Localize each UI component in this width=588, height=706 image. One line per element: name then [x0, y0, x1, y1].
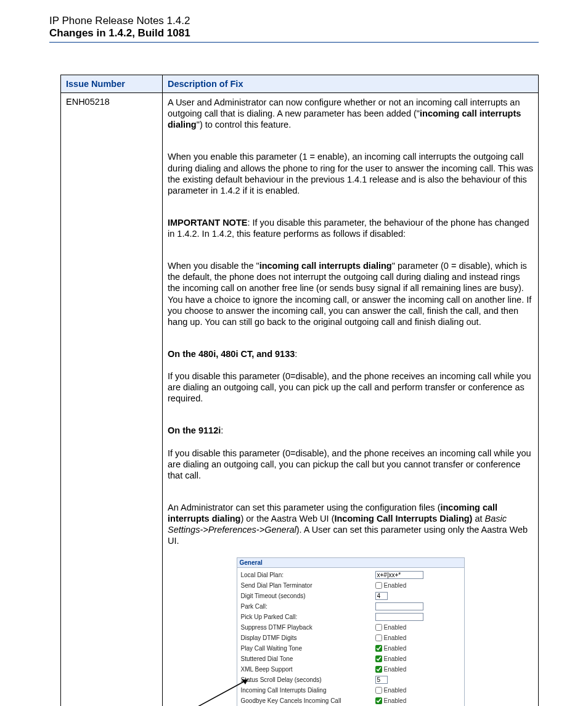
checkbox-stuttered[interactable] [375, 655, 382, 662]
row-park-call: Park Call: [241, 601, 460, 612]
desc-para-9112i-body: If you disable this parameter (0=disable… [168, 448, 533, 481]
table-row: ENH05218 A User and Administrator can no… [61, 93, 539, 707]
label-call-waiting: Play Call Waiting Tone [241, 645, 375, 652]
label-incoming-interrupt: Incoming Call Interrupts Dialing [241, 687, 375, 694]
page-header: IP Phone Release Notes 1.4.2 Changes in … [49, 15, 539, 43]
enabled-label: Enabled [384, 666, 407, 673]
col-description: Description of Fix [163, 75, 539, 93]
label-stuttered: Stuttered Dial Tone [241, 655, 375, 662]
desc-para-important: IMPORTANT NOTE: If you disable this para… [168, 217, 533, 239]
label-digit-timeout: Digit Timeout (seconds) [241, 593, 375, 599]
desc-para-admin: An Administrator can set this parameter … [168, 502, 533, 547]
table-header-row: Issue Number Description of Fix [61, 75, 539, 93]
label-goodbye-cancel: Goodbye Key Cancels Incoming Call [241, 697, 375, 704]
settings-panel: General Local Dial Plan: Send Dial Plan … [237, 557, 465, 706]
row-suppress-dtmf: Suppress DTMF Playback Enabled [241, 622, 460, 633]
description-cell: A User and Administrator can now configu… [163, 93, 539, 707]
enabled-label: Enabled [384, 624, 407, 631]
issue-table: Issue Number Description of Fix ENH05218… [60, 75, 539, 706]
label-pickup-parked: Pick Up Parked Call: [241, 614, 375, 620]
label-scroll-delay: Status Scroll Delay (seconds) [241, 676, 375, 683]
checkbox-goodbye-cancel[interactable] [375, 697, 382, 704]
label-park-call: Park Call: [241, 603, 375, 610]
header-rule [49, 42, 539, 43]
enabled-label: Enabled [384, 687, 407, 694]
content-area: Issue Number Description of Fix ENH05218… [49, 45, 539, 706]
col-issue-number: Issue Number [61, 75, 163, 93]
checkbox-incoming-interrupt[interactable] [375, 687, 382, 694]
checkbox-display-dtmf[interactable] [375, 634, 382, 641]
enabled-label: Enabled [384, 655, 407, 662]
row-scroll-delay: Status Scroll Delay (seconds) [241, 675, 460, 685]
checkbox-suppress-dtmf[interactable] [375, 624, 382, 631]
issue-number-cell: ENH05218 [61, 93, 163, 707]
label-xml-beep: XML Beep Support [241, 666, 375, 673]
checkbox-xml-beep[interactable] [375, 666, 382, 673]
row-local-dial-plan: Local Dial Plan: [241, 570, 460, 580]
enabled-label: Enabled [384, 697, 407, 704]
desc-para-enable: When you enable this parameter (1 = enab… [168, 151, 533, 196]
desc-para-disable: When you disable the "incoming call inte… [168, 260, 533, 327]
desc-para-480i-body: If you disable this parameter (0=disable… [168, 371, 533, 404]
row-send-terminator: Send Dial Plan Terminator Enabled [241, 580, 460, 591]
desc-para-480i-head: On the 480i, 480i CT, and 9133: [168, 348, 533, 359]
checkbox-call-waiting[interactable] [375, 645, 382, 652]
input-scroll-delay[interactable] [375, 676, 388, 684]
row-digit-timeout: Digit Timeout (seconds) [241, 591, 460, 601]
enabled-label: Enabled [384, 634, 407, 641]
input-local-dial-plan[interactable] [375, 571, 423, 579]
desc-para-9112i-head: On the 9112i: [168, 425, 533, 436]
doc-title: IP Phone Release Notes 1.4.2 [49, 15, 539, 27]
input-park-call[interactable] [375, 602, 423, 610]
row-display-dtmf: Display DTMF Digits Enabled [241, 633, 460, 643]
label-local-dial-plan: Local Dial Plan: [241, 572, 375, 578]
row-xml-beep: XML Beep Support Enabled [241, 664, 460, 675]
input-pickup-parked[interactable] [375, 613, 423, 621]
enabled-label: Enabled [384, 645, 407, 652]
checkbox-send-terminator[interactable] [375, 582, 382, 589]
row-pickup-parked: Pick Up Parked Call: [241, 612, 460, 622]
row-call-waiting: Play Call Waiting Tone Enabled [241, 643, 460, 654]
enabled-label: Enabled [384, 582, 407, 589]
settings-panel-title: General [237, 558, 464, 568]
label-send-terminator: Send Dial Plan Terminator [241, 582, 375, 589]
row-goodbye-cancel: Goodbye Key Cancels Incoming Call Enable… [241, 696, 460, 706]
desc-para-intro: A User and Administrator can now configu… [168, 97, 533, 130]
label-display-dtmf: Display DTMF Digits [241, 634, 375, 641]
row-incoming-interrupt: Incoming Call Interrupts Dialing Enabled [241, 685, 460, 696]
input-digit-timeout[interactable] [375, 592, 388, 600]
row-stuttered: Stuttered Dial Tone Enabled [241, 654, 460, 664]
label-suppress-dtmf: Suppress DTMF Playback [241, 624, 375, 631]
doc-section: Changes in 1.4.2, Build 1081 [49, 27, 539, 39]
